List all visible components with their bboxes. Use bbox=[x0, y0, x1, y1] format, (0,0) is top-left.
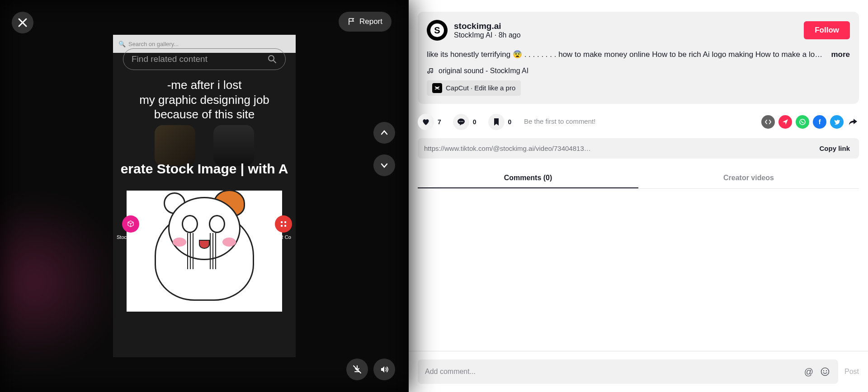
whatsapp-icon bbox=[799, 118, 806, 126]
video-caption: like its honestly terrifying 😨 . . . . .… bbox=[427, 49, 826, 61]
twitter-share-button[interactable] bbox=[830, 115, 844, 129]
first-comment-prompt: Be the first to comment! bbox=[524, 117, 595, 125]
creator-card: S stockimg.ai StockImg AI · 8h ago Follo… bbox=[418, 12, 859, 104]
facebook-icon: f bbox=[819, 118, 821, 126]
video-meme-image bbox=[127, 191, 282, 312]
like-button[interactable] bbox=[418, 114, 434, 130]
close-button[interactable] bbox=[12, 12, 33, 33]
autoscroll-off-icon bbox=[352, 364, 362, 374]
search-icon bbox=[267, 54, 277, 64]
svg-point-7 bbox=[461, 121, 462, 122]
more-share-button[interactable] bbox=[847, 117, 859, 126]
info-panel: S stockimg.ai StockImg AI · 8h ago Follo… bbox=[409, 0, 868, 392]
svg-point-0 bbox=[269, 56, 274, 61]
tabs: Comments (0) Creator videos bbox=[418, 168, 859, 189]
playback-icons bbox=[346, 359, 395, 380]
embed-icon bbox=[764, 118, 772, 126]
video-content[interactable]: 🔍 Search on gallery... Find related cont… bbox=[113, 35, 296, 357]
copy-link-button[interactable]: Copy link bbox=[810, 138, 859, 159]
video-side-labels: Stock Image QR Co bbox=[113, 215, 296, 240]
bookmark-count: 0 bbox=[508, 118, 512, 126]
volume-button[interactable] bbox=[373, 359, 395, 380]
close-icon bbox=[18, 18, 28, 28]
emoji-icon bbox=[820, 367, 830, 377]
tab-comments[interactable]: Comments (0) bbox=[418, 168, 638, 188]
search-icon: 🔍 bbox=[118, 41, 126, 47]
svg-rect-3 bbox=[281, 225, 283, 227]
username[interactable]: stockimg.ai bbox=[454, 21, 797, 31]
svg-point-9 bbox=[800, 119, 805, 125]
find-related-label: Find related content bbox=[132, 54, 208, 64]
emoji-button[interactable] bbox=[819, 366, 831, 378]
heart-icon bbox=[421, 117, 430, 126]
prev-video-button[interactable] bbox=[373, 122, 395, 144]
share-link-row: https://www.tiktok.com/@stockimg.ai/vide… bbox=[418, 138, 859, 159]
sound-row[interactable]: original sound - StockImg AI bbox=[427, 67, 850, 75]
autoscroll-button[interactable] bbox=[346, 359, 368, 380]
chevron-down-icon bbox=[380, 161, 389, 170]
cube-icon bbox=[122, 215, 139, 233]
report-label: Report bbox=[359, 17, 382, 26]
video-heading-overlay: erate Stock Image | with A bbox=[113, 161, 296, 177]
chevron-up-icon bbox=[380, 128, 389, 137]
report-button[interactable]: Report bbox=[339, 12, 392, 32]
qr-icon bbox=[275, 215, 292, 233]
facebook-share-button[interactable]: f bbox=[813, 115, 826, 129]
svg-point-12 bbox=[826, 370, 827, 371]
bookmark-icon bbox=[492, 117, 500, 126]
display-name-time: StockImg AI · 8h ago bbox=[454, 31, 797, 39]
embed-share-button[interactable] bbox=[761, 115, 775, 129]
comment-icon bbox=[457, 117, 466, 126]
comment-button[interactable] bbox=[453, 114, 469, 130]
at-icon: @ bbox=[804, 367, 813, 377]
capcut-badge[interactable]: CapCut · Edit like a pro bbox=[427, 80, 521, 96]
comment-bar: Add comment... @ Post bbox=[409, 351, 868, 392]
nav-arrows bbox=[373, 122, 395, 176]
share-url[interactable]: https://www.tiktok.com/@stockimg.ai/vide… bbox=[418, 138, 810, 159]
send-icon bbox=[782, 118, 789, 126]
twitter-icon bbox=[833, 118, 840, 126]
video-panel: Report 🔍 Search on gallery... Find relat… bbox=[0, 0, 409, 392]
svg-rect-2 bbox=[284, 221, 286, 223]
svg-point-8 bbox=[462, 121, 463, 122]
volume-icon bbox=[379, 364, 389, 374]
post-button[interactable]: Post bbox=[844, 368, 859, 376]
follow-button[interactable]: Follow bbox=[804, 21, 850, 39]
flag-icon bbox=[348, 18, 356, 26]
mention-button[interactable]: @ bbox=[803, 366, 815, 378]
svg-point-10 bbox=[821, 368, 829, 376]
share-icons: f bbox=[761, 115, 859, 129]
svg-rect-4 bbox=[284, 225, 286, 227]
stats-row: 7 0 0 Be the first to comment! f bbox=[418, 114, 859, 130]
caption-more-button[interactable]: more bbox=[831, 49, 850, 61]
tab-creator-videos[interactable]: Creator videos bbox=[638, 168, 859, 188]
avatar[interactable]: S bbox=[427, 20, 448, 41]
whatsapp-share-button[interactable] bbox=[796, 115, 809, 129]
sound-label: original sound - StockImg AI bbox=[439, 67, 528, 75]
music-note-icon bbox=[427, 67, 434, 75]
bookmark-button[interactable] bbox=[488, 114, 505, 130]
embedded-search-placeholder: Search on gallery... bbox=[128, 41, 179, 47]
svg-rect-1 bbox=[281, 221, 283, 223]
next-video-button[interactable] bbox=[373, 154, 395, 176]
find-related-input[interactable]: Find related content bbox=[123, 48, 286, 70]
video-caption-overlay: -me after i lost my graphic designing jo… bbox=[118, 78, 290, 122]
svg-point-11 bbox=[823, 370, 824, 371]
capcut-icon bbox=[432, 83, 442, 93]
comment-input[interactable]: Add comment... @ bbox=[418, 359, 838, 384]
like-count: 7 bbox=[438, 118, 441, 126]
share-arrow-icon bbox=[848, 117, 858, 126]
capcut-label: CapCut · Edit like a pro bbox=[446, 84, 515, 92]
svg-point-6 bbox=[459, 121, 460, 122]
comment-count: 0 bbox=[473, 118, 476, 126]
comment-placeholder: Add comment... bbox=[425, 368, 798, 376]
send-share-button[interactable] bbox=[778, 115, 792, 129]
comments-area bbox=[409, 189, 868, 351]
